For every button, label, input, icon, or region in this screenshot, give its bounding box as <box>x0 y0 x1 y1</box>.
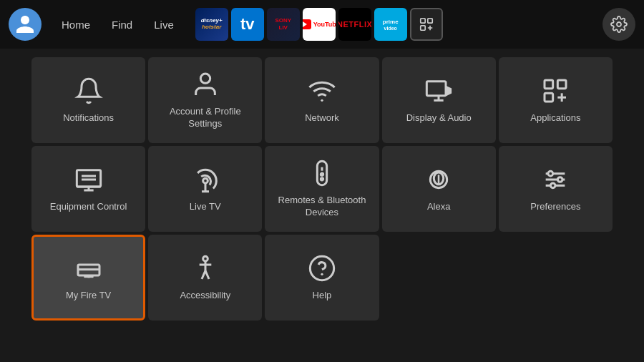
svg-point-46 <box>310 256 333 280</box>
sliders-icon <box>541 165 570 194</box>
settings-button[interactable] <box>602 8 635 41</box>
accessibility-label: Accessibility <box>180 290 230 302</box>
notifications-label: Notifications <box>63 112 114 124</box>
svg-point-35 <box>558 177 563 182</box>
svg-rect-2 <box>420 26 424 30</box>
apps-icon <box>541 77 570 105</box>
nav-live[interactable]: Live <box>145 14 182 35</box>
nav-links: Home Find Live <box>53 14 182 35</box>
svg-point-36 <box>551 183 556 188</box>
svg-marker-10 <box>447 87 451 94</box>
network-label: Network <box>305 112 339 124</box>
svg-point-6 <box>200 74 210 83</box>
grid-item-equipment[interactable]: Equipment Control <box>31 146 145 232</box>
livetv-label: Live TV <box>190 201 221 213</box>
svg-rect-13 <box>545 93 553 102</box>
svg-point-5 <box>617 22 621 26</box>
display-audio-icon <box>424 77 453 105</box>
grid-item-network[interactable]: Network <box>265 57 379 143</box>
display-audio-label: Display & Audio <box>406 112 472 124</box>
accessibility-icon <box>191 254 220 283</box>
remotes-label: Remotes & Bluetooth Devices <box>270 195 373 219</box>
firetv-icon <box>74 254 103 283</box>
svg-rect-0 <box>420 19 424 23</box>
svg-rect-16 <box>77 170 100 186</box>
user-avatar[interactable] <box>9 8 42 41</box>
help-icon <box>308 254 336 283</box>
grid-item-myfiretv[interactable]: My Fire TV <box>31 235 145 321</box>
app-tvplus[interactable]: tv <box>231 8 264 41</box>
app-disney[interactable]: disney+hotstar <box>195 8 228 41</box>
grid-item-display-audio[interactable]: Display & Audio <box>382 57 496 143</box>
svg-point-41 <box>203 256 208 261</box>
svg-rect-12 <box>558 80 567 89</box>
grid-item-preferences[interactable]: Preferences <box>499 146 613 232</box>
nav-apps: disney+hotstar tv SONYLIV YouTube NETFLI… <box>195 8 595 41</box>
alexa-icon <box>424 165 453 194</box>
grid-item-applications[interactable]: Applications <box>499 57 613 143</box>
grid-item-alexa[interactable]: Alexa <box>382 146 496 232</box>
app-netflix[interactable]: NETFLIX <box>338 8 371 41</box>
preferences-label: Preferences <box>530 201 580 213</box>
svg-point-28 <box>321 178 323 180</box>
wifi-icon <box>308 77 336 105</box>
equipment-label: Equipment Control <box>50 201 127 213</box>
svg-point-27 <box>321 173 323 175</box>
grid-item-help[interactable]: Help <box>265 235 379 321</box>
svg-point-34 <box>548 171 553 176</box>
app-prime[interactable]: prime video <box>374 8 407 41</box>
app-youtube[interactable]: YouTube <box>303 8 336 41</box>
grid-item-remotes[interactable]: Remotes & Bluetooth Devices <box>265 146 379 232</box>
alexa-label: Alexa <box>427 201 451 213</box>
svg-rect-11 <box>545 80 553 89</box>
bell-icon <box>74 77 103 105</box>
monitor-icon <box>74 165 103 194</box>
applications-label: Applications <box>530 112 580 124</box>
svg-rect-1 <box>428 19 432 23</box>
myfiretv-label: My Fire TV <box>66 290 111 302</box>
person-icon <box>191 70 220 99</box>
nav-home[interactable]: Home <box>53 14 99 35</box>
nav-find[interactable]: Find <box>103 14 141 35</box>
svg-rect-8 <box>427 81 447 95</box>
help-label: Help <box>313 290 332 302</box>
app-sony[interactable]: SONYLIV <box>267 8 300 41</box>
app-grid[interactable] <box>410 8 443 41</box>
grid-item-livetv[interactable]: Live TV <box>148 146 262 232</box>
remote-icon <box>308 159 336 187</box>
antenna-icon <box>191 165 220 194</box>
grid-item-notifications[interactable]: Notifications <box>31 57 145 143</box>
svg-line-45 <box>205 270 209 279</box>
grid-item-accessibility[interactable]: Accessibility <box>148 235 262 321</box>
account-label: Account & Profile Settings <box>154 106 256 130</box>
grid-item-account[interactable]: Account & Profile Settings <box>148 57 262 143</box>
settings-grid: Notifications Account & Profile Settings… <box>0 52 644 326</box>
nav-bar: Home Find Live disney+hotstar tv SONYLIV… <box>0 0 644 49</box>
svg-point-22 <box>203 178 208 183</box>
